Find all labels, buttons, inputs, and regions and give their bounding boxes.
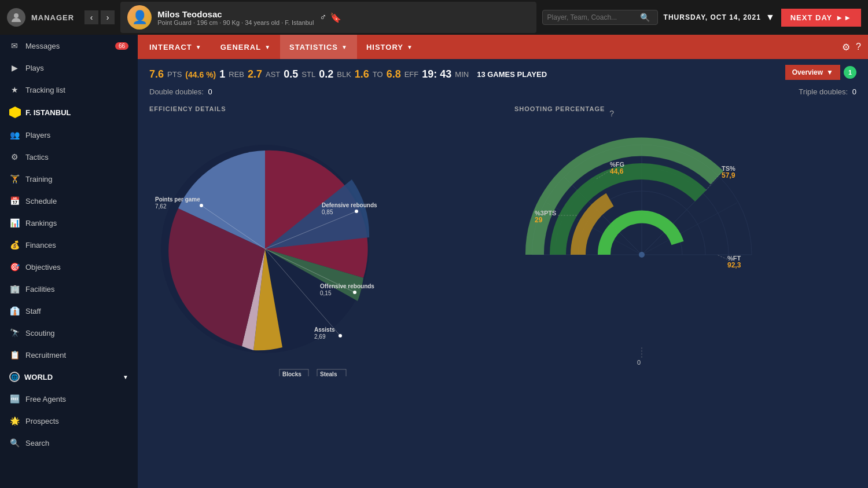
sidebar-item-training[interactable]: 🏋 Training <box>0 168 138 190</box>
stl-value: 0.5 <box>284 68 298 80</box>
current-date: THURSDAY, OCT 14, 2021 <box>664 13 761 21</box>
players-label: Players <box>25 131 50 140</box>
tab-interact[interactable]: INTERACT ▼ <box>140 35 211 59</box>
player-info: Milos Teodosac Point Guard · 196 cm · 90… <box>157 9 314 26</box>
sidebar-item-scouting[interactable]: 🔭 Scouting <box>0 322 138 344</box>
help-icon[interactable]: ? <box>856 42 861 52</box>
overview-dropdown[interactable]: Overview ▼ <box>785 65 840 80</box>
svg-point-0 <box>14 13 19 18</box>
training-icon: 🏋 <box>9 174 20 184</box>
statistics-chevron: ▼ <box>341 44 348 50</box>
sidebar-item-objectives[interactable]: 🎯 Objectives <box>0 256 138 278</box>
messages-label: Messages <box>25 42 60 50</box>
settings-icon[interactable]: ⚙ <box>842 42 850 53</box>
finances-icon: 💰 <box>9 240 20 250</box>
games-label: 13 GAMES PLAYED <box>477 70 547 79</box>
history-label: HISTORY <box>366 43 403 52</box>
sidebar-item-players[interactable]: 👥 Players <box>0 124 138 146</box>
sidebar-item-facilities[interactable]: 🏢 Facilities <box>0 278 138 300</box>
prospects-icon: 🌟 <box>9 416 20 426</box>
efficiency-title: EFFICIENCY DETAILS <box>149 105 491 112</box>
general-label: GENERAL <box>220 43 262 52</box>
world-label: WORLD <box>24 373 53 381</box>
sidebar-item-staff[interactable]: 👔 Staff <box>0 300 138 322</box>
pts-value: 7.6 <box>149 68 164 80</box>
scouting-label: Scouting <box>25 329 55 337</box>
blk-value: 0.2 <box>319 68 333 80</box>
training-label: Training <box>25 175 52 184</box>
objectives-label: Objectives <box>25 263 61 271</box>
calendar-icon: ▼ <box>766 12 775 23</box>
stats-page: Overview ▼ 1 7.6 PTS (44.6 %) 1 REB 2.7 … <box>138 59 868 488</box>
svg-text:29: 29 <box>535 216 543 224</box>
svg-text:Steals: Steals <box>320 371 337 376</box>
sidebar-item-schedule[interactable]: 📅 Schedule <box>0 190 138 212</box>
svg-point-11 <box>353 291 356 294</box>
top-bar: MANAGER ‹ › Milos Teodosac Point Guard ·… <box>0 0 868 35</box>
next-day-button[interactable]: NEXT DAY ►► <box>781 9 861 27</box>
scouting-icon: 🔭 <box>9 328 20 338</box>
search-sidebar-icon: 🔍 <box>9 438 20 448</box>
world-chevron: ▼ <box>123 374 128 380</box>
nav-back[interactable]: ‹ <box>84 10 98 24</box>
sidebar-item-finances[interactable]: 💰 Finances <box>0 234 138 256</box>
triple-doubles: Triple doubles: 0 <box>799 87 856 96</box>
svg-point-3 <box>200 204 203 207</box>
staff-label: Staff <box>25 307 41 315</box>
reb-label: REB <box>229 70 244 79</box>
sidebar-item-prospects[interactable]: 🌟 Prospects <box>0 410 138 432</box>
sidebar-item-plays[interactable]: ▶ Plays <box>0 57 138 79</box>
tracking-icon: ★ <box>9 85 20 95</box>
interact-chevron: ▼ <box>196 44 202 50</box>
svg-text:92,3: 92,3 <box>727 261 741 269</box>
manager-logo <box>7 8 25 27</box>
shooting-help-icon[interactable]: ? <box>609 109 614 118</box>
tab-icons: ⚙ ? <box>842 42 866 53</box>
svg-text:57,9: 57,9 <box>722 171 735 179</box>
overview-label: Overview <box>792 68 823 76</box>
notification-badge: 1 <box>844 66 856 79</box>
player-card: Milos Teodosac Point Guard · 196 cm · 90… <box>120 2 536 33</box>
svg-text:44,6: 44,6 <box>610 167 624 175</box>
ast-label: AST <box>266 70 280 79</box>
nav-arrows[interactable]: ‹ › <box>84 10 115 24</box>
tab-history[interactable]: HISTORY ▼ <box>357 35 422 59</box>
double-doubles-label: Double doubles: <box>149 87 204 96</box>
sidebar-item-messages[interactable]: ✉ Messages 66 <box>0 35 138 57</box>
sidebar-item-recruitment[interactable]: 📋 Recruitment <box>0 344 138 366</box>
prospects-label: Prospects <box>25 417 59 425</box>
player-details: Point Guard · 196 cm · 90 Kg · 34 years … <box>157 19 314 26</box>
svg-text:0,15: 0,15 <box>320 290 332 296</box>
tactics-icon: ⚙ <box>9 152 20 162</box>
blk-label: BLK <box>337 70 351 79</box>
sidebar-item-rankings[interactable]: 📊 Rankings <box>0 212 138 234</box>
double-doubles: Double doubles: 0 <box>149 87 212 96</box>
tab-statistics[interactable]: STATISTICS ▼ <box>280 35 357 59</box>
facilities-icon: 🏢 <box>9 284 20 294</box>
svg-text:Assists: Assists <box>314 326 335 333</box>
plays-label: Plays <box>25 64 44 72</box>
nav-forward[interactable]: › <box>101 10 115 24</box>
world-section[interactable]: 🌐 WORLD ▼ <box>0 366 138 388</box>
svg-text:7,62: 7,62 <box>155 203 167 210</box>
manager-label: MANAGER <box>31 13 74 22</box>
free-agents-label: Free Agents <box>25 395 66 403</box>
staff-icon: 👔 <box>9 306 20 316</box>
tab-general[interactable]: GENERAL ▼ <box>211 35 280 59</box>
svg-text:Blocks: Blocks <box>282 371 301 376</box>
search-input[interactable] <box>547 13 640 21</box>
sidebar-item-free-agents[interactable]: 🆓 Free Agents <box>0 388 138 410</box>
content-area: INTERACT ▼ GENERAL ▼ STATISTICS ▼ HISTOR… <box>138 35 868 488</box>
sidebar: ✉ Messages 66 ▶ Plays ★ Tracking list F.… <box>0 35 138 488</box>
history-chevron: ▼ <box>407 44 413 50</box>
svg-line-44 <box>717 255 727 259</box>
efficiency-section: EFFICIENCY DETAILS <box>149 105 491 379</box>
ast-value: 2.7 <box>248 68 262 80</box>
sidebar-item-tactics[interactable]: ⚙ Tactics <box>0 146 138 168</box>
search-container[interactable]: 🔍 <box>542 10 658 25</box>
sidebar-item-search[interactable]: 🔍 Search <box>0 432 138 454</box>
shooting-title: SHOOTING PERCENTAGE <box>514 105 605 112</box>
sidebar-item-tracking[interactable]: ★ Tracking list <box>0 79 138 101</box>
next-day-arrow: ►► <box>836 13 852 22</box>
svg-point-15 <box>339 334 342 337</box>
